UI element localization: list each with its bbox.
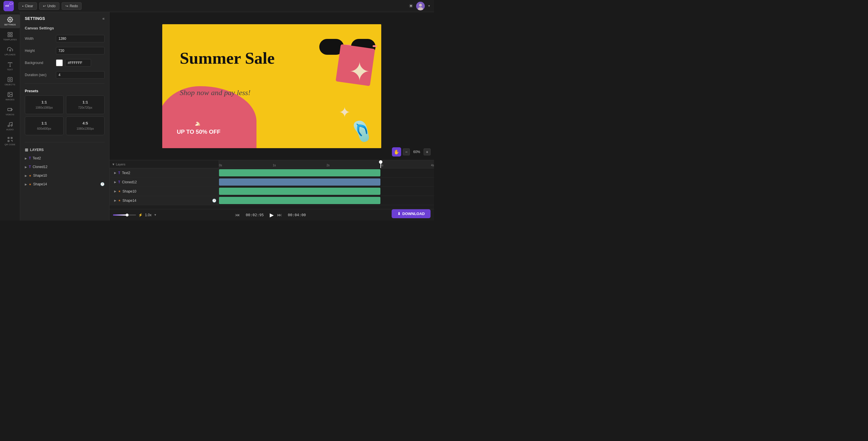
svg-rect-30 xyxy=(373,45,377,47)
redo-button[interactable]: ↪ Redo xyxy=(62,2,82,10)
track-bar-shape10[interactable] xyxy=(219,188,380,195)
sidebar-item-images[interactable]: IMAGES xyxy=(0,89,20,103)
sidebar-item-objects[interactable]: OBJECTS xyxy=(0,74,20,88)
clear-button[interactable]: ▪ Clear xyxy=(19,2,37,10)
preset-1080x1080[interactable]: 1:1 1080x1080px xyxy=(25,95,64,114)
playhead-handle[interactable] xyxy=(379,160,382,164)
canvas-settings-title: Canvas Settings xyxy=(20,24,109,33)
sidebar-item-text[interactable]: TEXT xyxy=(0,59,20,73)
timeline-ruler-left: ▼ Layers xyxy=(110,160,219,168)
sidebar-icons: SETTINGS TEMPLATES UPLOADS TEXT OBJECTS … xyxy=(0,12,20,220)
ruler-mark-1s: 1s xyxy=(273,164,276,167)
layer-type-icon-text: T xyxy=(29,156,31,160)
track-bar-cloned12[interactable] xyxy=(219,179,380,186)
account-chevron-icon[interactable]: ▼ xyxy=(428,4,431,7)
top-bar: vid Cr ▪ Clear ↩ Undo ↪ Redo ☀ ▼ xyxy=(0,0,434,12)
svg-rect-10 xyxy=(10,35,12,37)
speed-chevron-icon[interactable]: ▼ xyxy=(154,213,157,217)
layer-item-shape10[interactable]: ▶ ★ Shape10 xyxy=(20,171,109,180)
sidebar-item-videos[interactable]: VIDEOS xyxy=(0,104,20,118)
zoom-out-button[interactable]: − xyxy=(403,149,410,155)
zoom-level: 60% xyxy=(411,150,422,154)
svg-point-21 xyxy=(11,125,12,126)
duration-input[interactable] xyxy=(56,71,104,79)
sidebar-item-templates[interactable]: TEMPLATES xyxy=(0,29,20,43)
canvas-timeline-area: ✦ ✦ 🩴 🍦 Summer Sale Shop now and pay les… xyxy=(110,12,434,220)
ruler-mark-2s: 2s xyxy=(327,164,330,167)
canvas-viewport: ✦ ✦ 🩴 🍦 Summer Sale Shop now and pay les… xyxy=(110,12,434,160)
app-logo: vid Cr xyxy=(3,1,14,11)
svg-marker-19 xyxy=(11,108,12,111)
sidebar-item-qrcode[interactable]: QR CODE xyxy=(0,134,20,148)
preset-720x720[interactable]: 1:1 720x720px xyxy=(66,95,105,114)
panel-header: SETTINGS « xyxy=(20,12,109,24)
width-input[interactable] xyxy=(56,35,104,42)
layers-stack-icon: ⊞ xyxy=(25,148,28,152)
height-label: Height xyxy=(25,49,54,53)
width-label: Width xyxy=(25,37,54,41)
background-color-swatch[interactable] xyxy=(56,59,63,66)
timeline-ruler-track: 0s 1s 2s 3s 4s xyxy=(219,160,434,168)
svg-text:Cr: Cr xyxy=(9,2,13,6)
height-input[interactable] xyxy=(56,47,104,55)
play-button[interactable]: ▶ xyxy=(270,212,274,218)
progress-bar xyxy=(113,215,136,216)
preset-600x600[interactable]: 1:1 600x600px xyxy=(25,117,64,135)
preset-1080x1350[interactable]: 4:5 1080x1350px xyxy=(66,117,105,135)
track-bar-text2[interactable] xyxy=(219,169,380,177)
layer-item-cloned12[interactable]: ▶ T Cloned12 xyxy=(20,163,109,171)
skip-forward-button[interactable]: ⏭ xyxy=(277,213,282,218)
sidebar-item-settings[interactable]: SETTINGS xyxy=(0,14,20,28)
presets-grid: 1:1 1080x1080px 1:1 720x720px 1:1 600x60… xyxy=(20,95,109,140)
duration-field-row: Duration (sec) xyxy=(20,69,109,81)
zoom-controls: ✋ − 60% + xyxy=(392,147,431,157)
layer-expand-icon: ▶ xyxy=(25,183,27,186)
track-clock-icon: 🕐 xyxy=(212,198,219,202)
progress-fill xyxy=(113,215,127,216)
divider-1 xyxy=(25,83,104,84)
undo-button[interactable]: ↩ Undo xyxy=(39,2,59,10)
zoom-in-button[interactable]: + xyxy=(424,149,431,155)
theme-toggle-icon[interactable]: ☀ xyxy=(409,3,413,9)
svg-point-17 xyxy=(9,93,9,94)
layer-item-text2[interactable]: ▶ T Text2 xyxy=(20,154,109,163)
background-color-input[interactable] xyxy=(65,59,91,67)
svg-point-6 xyxy=(9,19,11,21)
sidebar-item-uploads[interactable]: UPLOADS xyxy=(0,44,20,58)
duration-label: Duration (sec) xyxy=(25,73,54,77)
width-field-row: Width xyxy=(20,33,109,45)
sidebar-item-audio[interactable]: AUDIO xyxy=(0,119,20,133)
timeline-ruler: ▼ Layers 0s 1s 2s 3s 4s xyxy=(110,160,434,168)
layer-expand-icon: ▶ xyxy=(25,165,27,168)
top-right-area: ☀ ▼ xyxy=(409,2,431,10)
track-label-shape14: Shape14 xyxy=(122,198,136,202)
svg-rect-8 xyxy=(10,33,12,34)
ruler-mark-0s: 0s xyxy=(219,164,222,167)
layer-expand-icon: ▶ xyxy=(25,174,27,177)
svg-point-15 xyxy=(9,79,11,81)
layer-item-shape14[interactable]: ▶ ★ Shape14 🕐 xyxy=(20,180,109,189)
avatar[interactable] xyxy=(416,2,425,10)
settings-panel: SETTINGS « Canvas Settings Width Height … xyxy=(20,12,110,220)
app-container: vid Cr ▪ Clear ↩ Undo ↪ Redo ☀ ▼ xyxy=(0,0,434,220)
layer-name: Cloned12 xyxy=(33,165,47,169)
undo-icon: ↩ xyxy=(43,4,46,8)
progress-thumb[interactable] xyxy=(126,214,128,217)
hand-tool-button[interactable]: ✋ xyxy=(392,147,401,157)
playback-speed: 1.0x xyxy=(145,213,152,217)
background-color-row xyxy=(56,59,91,67)
layer-type-icon-text: T xyxy=(29,165,31,169)
track-row-shape10: ▶ ★ Shape10 xyxy=(110,187,434,196)
layer-clock-icon: 🕐 xyxy=(100,182,104,186)
collapse-panel-button[interactable]: « xyxy=(102,16,104,21)
skip-back-button[interactable]: ⏮ xyxy=(235,213,240,218)
ruler-mark-4s: 4s xyxy=(431,164,434,167)
track-label-text2: Text2 xyxy=(122,171,130,175)
canvas-preview: ✦ ✦ 🩴 🍦 Summer Sale Shop now and pay les… xyxy=(162,24,381,148)
canvas-main-text: Summer Sale xyxy=(180,49,275,67)
track-bar-shape14[interactable] xyxy=(219,197,380,204)
timeline-tracks: ▶ T Text2 ▶ T Cloned12 xyxy=(110,168,434,209)
svg-point-20 xyxy=(8,125,9,127)
total-time-display: 00:04:00 xyxy=(285,213,308,217)
download-button[interactable]: ⬇ DOWNLOAD xyxy=(392,209,431,218)
